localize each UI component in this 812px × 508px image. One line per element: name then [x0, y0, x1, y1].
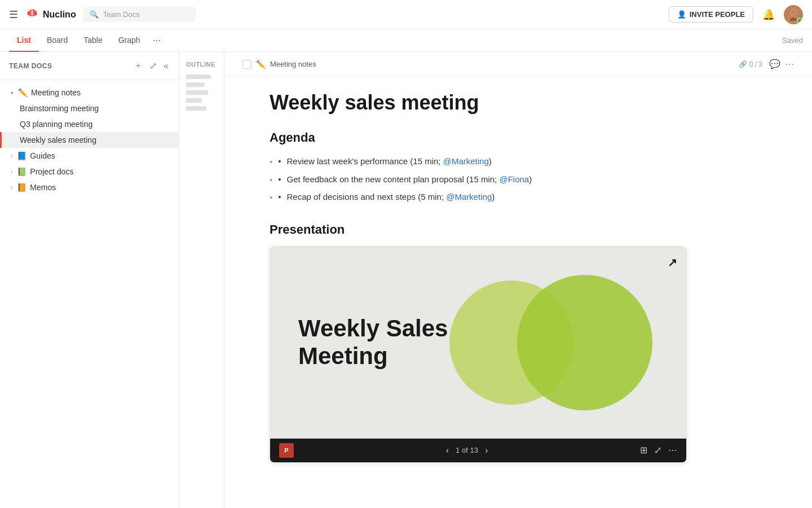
mention-fiona[interactable]: @Fiona — [499, 174, 529, 184]
fullscreen-icon[interactable]: ⤢ — [654, 445, 661, 456]
expand-icon[interactable]: ⤢ — [148, 59, 158, 72]
breadcrumb-link[interactable]: Meeting notes — [270, 60, 316, 68]
sidebar-item-q3-planning[interactable]: Q3 planning meeting — [0, 116, 179, 132]
list-item: • Review last week's performance (15 min… — [270, 153, 687, 171]
more-options-icon[interactable]: ⋯ — [785, 59, 794, 69]
prev-slide-button[interactable]: ‹ — [446, 445, 449, 456]
list-item: • Recap of decisions and next steps (5 m… — [270, 189, 687, 207]
nav-right: 👤 INVITE PEOPLE 🔔 — [669, 5, 803, 24]
outline-label: OUTLINE — [186, 61, 217, 68]
outline-line — [186, 98, 202, 103]
sidebar-title: TEAM DOCS — [9, 62, 128, 70]
ppt-more-options-icon[interactable]: ⋯ — [668, 445, 677, 456]
sidebar-header: TEAM DOCS ＋ ⤢ « — [0, 52, 179, 80]
mention-marketing-1[interactable]: @Marketing — [443, 156, 489, 166]
thumbnail-view-icon[interactable]: ⊞ — [640, 445, 647, 456]
score-icon: 🔗 — [739, 60, 747, 68]
chevron-right-icon: › — [11, 185, 12, 191]
collapse-sidebar-icon[interactable]: « — [162, 60, 170, 72]
doc-title: Weekly sales meeting — [270, 90, 687, 115]
pencil-icon: ✏️ — [18, 88, 28, 97]
sidebar-item-guides[interactable]: › 📘 Guides — [0, 148, 179, 164]
invite-label: INVITE PEOPLE — [690, 10, 745, 19]
hamburger-icon[interactable]: ☰ — [9, 8, 18, 21]
invite-people-button[interactable]: 👤 INVITE PEOPLE — [669, 6, 753, 23]
top-nav: ☰ Nuclino 🔍 Team Docs 👤 INVITE PEOPLE 🔔 — [0, 0, 812, 29]
sidebar-item-label: Memos — [30, 183, 157, 192]
add-item-icon[interactable]: ＋ — [133, 59, 144, 73]
saved-status: Saved — [782, 36, 803, 45]
tab-graph[interactable]: Graph — [111, 29, 148, 52]
doc-select-checkbox[interactable] — [242, 60, 251, 69]
outline-line — [186, 90, 208, 95]
search-workspace-label: Team Docs — [103, 10, 140, 19]
doc-body: Weekly sales meeting Agenda • Review las… — [224, 77, 732, 485]
tab-more-icon[interactable]: ⋯ — [148, 36, 165, 45]
ppt-center: ‹ 1 of 13 › — [446, 445, 488, 456]
sidebar-content: ▾ ✏️ Meeting notes Brainstorming meeting… — [0, 80, 179, 508]
slide-page-indicator: 1 of 13 — [456, 446, 478, 454]
outline-line — [186, 106, 206, 111]
bullet: • — [278, 191, 281, 204]
document-area: ✏️ Meeting notes 🔗 0 / 3 💬 ⋯ Weekly sale… — [224, 52, 812, 508]
slide-title: Weekly Sales Meeting — [298, 315, 524, 370]
chevron-down-icon: ▾ — [11, 90, 14, 96]
powerpoint-icon: P — [279, 443, 294, 458]
sidebar-item-label: Project docs — [30, 167, 157, 176]
notifications-icon[interactable]: 🔔 — [762, 8, 775, 21]
sidebar-item-memos[interactable]: › 📙 Memos — [0, 179, 179, 195]
search-bar[interactable]: 🔍 Team Docs — [83, 7, 196, 22]
slide-content: Weekly Sales Meeting — [270, 292, 552, 392]
agenda-list: • Review last week's performance (15 min… — [270, 153, 687, 207]
chevron-right-icon: › — [11, 169, 12, 175]
list-item-text: Review last week's performance (15 min; … — [287, 155, 492, 168]
avatar[interactable] — [784, 5, 803, 24]
sidebar: TEAM DOCS ＋ ⤢ « ▾ ✏️ Meeting notes Brain… — [0, 52, 179, 508]
next-slide-button[interactable]: › — [485, 445, 488, 456]
list-item: • Get feedback on the new content plan p… — [270, 171, 687, 189]
book-icon: 📗 — [17, 167, 27, 176]
outline-lines — [186, 75, 217, 111]
tab-table[interactable]: Table — [76, 29, 110, 52]
mention-marketing-2[interactable]: @Marketing — [446, 192, 492, 202]
ppt-right: ⊞ ⤢ ⋯ — [640, 445, 677, 456]
sidebar-item-project-docs[interactable]: › 📗 Project docs — [0, 164, 179, 179]
section-heading-agenda: Agenda — [270, 130, 687, 145]
outline-line — [186, 75, 211, 79]
sidebar-item-brainstorming[interactable]: Brainstorming meeting — [0, 100, 179, 116]
search-icon: 🔍 — [90, 10, 99, 19]
invite-icon: 👤 — [677, 10, 686, 19]
tab-list[interactable]: List — [9, 29, 39, 52]
external-link-icon[interactable]: ↗ — [668, 256, 677, 269]
content-area: OUTLINE ✏️ Meeting notes 🔗 0 / 3 — [179, 52, 812, 508]
tab-board[interactable]: Board — [39, 29, 76, 52]
bullet: • — [278, 173, 281, 186]
sidebar-actions: ＋ ⤢ « — [133, 59, 170, 73]
presentation-slide: ↗ Weekly Sales Meeting — [270, 247, 686, 439]
book-icon: 📙 — [17, 183, 27, 192]
presentation-embed: ↗ Weekly Sales Meeting P — [270, 246, 687, 463]
brain-icon — [25, 6, 39, 24]
online-indicator — [797, 18, 802, 24]
list-item-text: Get feedback on the new content plan pro… — [287, 173, 532, 186]
comments-icon[interactable]: 💬 — [769, 59, 780, 69]
main-layout: TEAM DOCS ＋ ⤢ « ▾ ✏️ Meeting notes Brain… — [0, 52, 812, 508]
app-name: Nuclino — [43, 10, 76, 20]
chevron-right-icon: › — [11, 153, 12, 159]
sidebar-item-label: Weekly sales meeting — [20, 135, 157, 144]
ppt-left: P — [279, 443, 294, 458]
outline-panel: OUTLINE — [179, 52, 224, 508]
doc-header: ✏️ Meeting notes 🔗 0 / 3 💬 ⋯ — [224, 52, 812, 77]
sidebar-item-meeting-notes[interactable]: ▾ ✏️ Meeting notes — [0, 85, 179, 100]
sidebar-item-label: Q3 planning meeting — [20, 120, 157, 129]
logo[interactable]: Nuclino — [25, 6, 76, 24]
score-value: 0 / 3 — [749, 60, 762, 68]
sidebar-item-label: Brainstorming meeting — [20, 104, 157, 113]
sidebar-item-weekly-sales[interactable]: Weekly sales meeting — [0, 132, 179, 148]
tabs-bar: List Board Table Graph ⋯ Saved — [0, 29, 812, 52]
doc-score: 🔗 0 / 3 — [739, 60, 762, 68]
svg-point-7 — [791, 10, 796, 15]
presentation-toolbar: P ‹ 1 of 13 › ⊞ ⤢ ⋯ — [270, 439, 686, 462]
section-heading-presentation: Presentation — [270, 222, 687, 237]
bullet: • — [278, 155, 281, 168]
